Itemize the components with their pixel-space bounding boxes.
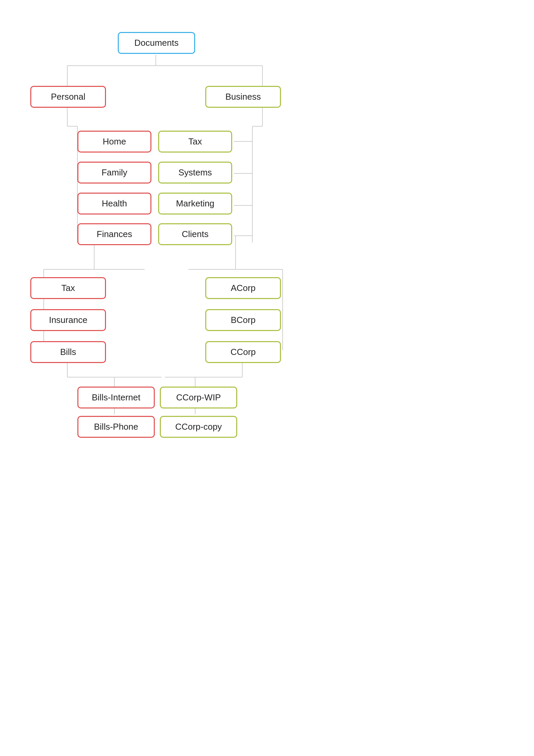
diagram: Documents Personal Business Home Tax Fam… [0,0,534,756]
node-bills-phone[interactable]: Bills-Phone [77,416,155,438]
node-bills[interactable]: Bills [30,341,106,363]
node-tax-personal[interactable]: Tax [158,131,232,153]
node-systems[interactable]: Systems [158,162,232,184]
node-business[interactable]: Business [205,86,281,108]
node-health[interactable]: Health [77,193,151,215]
node-family[interactable]: Family [77,162,151,184]
node-ccorp-copy[interactable]: CCorp-copy [160,416,237,438]
node-marketing[interactable]: Marketing [158,193,232,215]
node-insurance[interactable]: Insurance [30,309,106,331]
node-clients[interactable]: Clients [158,223,232,245]
node-bcorp[interactable]: BCorp [205,309,281,331]
node-documents[interactable]: Documents [118,32,195,54]
node-home[interactable]: Home [77,131,151,153]
node-finances[interactable]: Finances [77,223,151,245]
node-personal[interactable]: Personal [30,86,106,108]
node-ccorp[interactable]: CCorp [205,341,281,363]
node-bills-internet[interactable]: Bills-Internet [77,387,155,408]
node-acorp[interactable]: ACorp [205,277,281,299]
node-tax-fin[interactable]: Tax [30,277,106,299]
node-ccorp-wip[interactable]: CCorp-WIP [160,387,237,408]
